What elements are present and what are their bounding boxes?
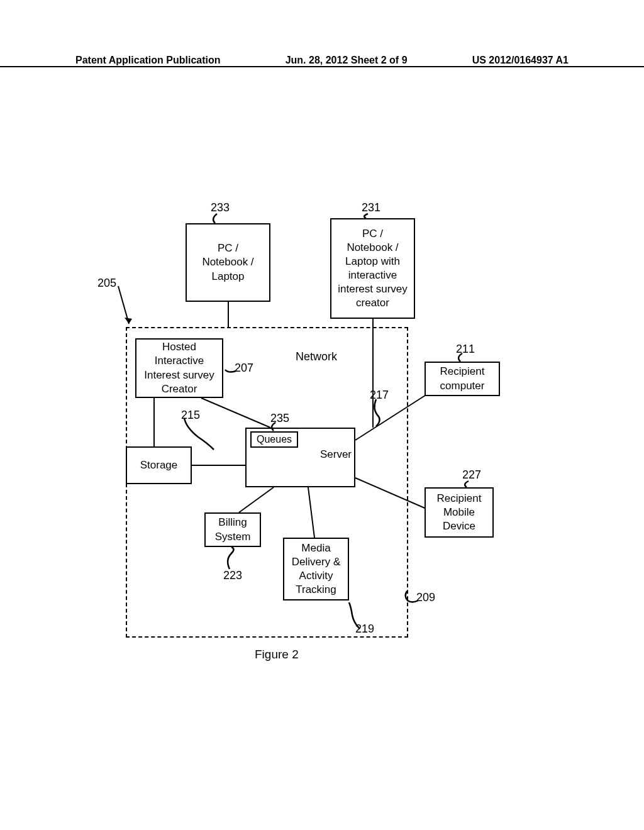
box-billing: Billing System [204, 512, 261, 547]
media-text: Media Delivery & Activity Tracking [292, 541, 340, 597]
box-pc-notebook-laptop: PC / Notebook / Laptop [186, 223, 270, 302]
box-recipient-computer: Recipient computer [425, 362, 500, 396]
header: Patent Application Publication Jun. 28, … [0, 53, 644, 67]
box-pc-with-creator: PC / Notebook / Laptop with interactive … [330, 218, 415, 319]
ref-223: 223 [223, 569, 242, 583]
ref-211: 211 [456, 343, 475, 357]
ref-233: 233 [211, 201, 230, 215]
box-recipient-mobile: Recipient Mobile Device [425, 487, 494, 538]
server-text: Server [320, 448, 352, 462]
diagram-container: PC / Notebook / Laptop PC / Notebook / L… [113, 189, 541, 679]
svg-line-2 [201, 398, 270, 428]
billing-text: Billing System [215, 516, 251, 543]
svg-line-8 [308, 487, 314, 538]
box-storage: Storage [126, 446, 192, 484]
svg-line-5 [355, 390, 434, 440]
figure-caption: Figure 2 [255, 648, 299, 661]
box-207-text: Hosted Interactive Interest survey Creat… [144, 340, 214, 396]
ref-231: 231 [362, 201, 380, 215]
box-media-tracking: Media Delivery & Activity Tracking [283, 538, 349, 600]
box-233-text: PC / Notebook / Laptop [202, 241, 253, 283]
header-left: Patent Application Publication [75, 55, 221, 66]
box-hosted-creator: Hosted Interactive Interest survey Creat… [135, 338, 223, 398]
ref-235: 235 [270, 412, 289, 426]
network-label: Network [296, 350, 337, 364]
ref-205: 205 [97, 277, 116, 290]
ref-227: 227 [462, 468, 481, 482]
storage-text: Storage [140, 458, 178, 472]
svg-line-6 [355, 478, 428, 509]
queues-text: Queues [257, 434, 292, 445]
box-227-text: Recipient Mobile Device [437, 492, 482, 533]
box-231-text: PC / Notebook / Laptop with interactive … [338, 227, 408, 311]
header-right: US 2012/0164937 A1 [472, 55, 569, 66]
box-queues: Queues [250, 431, 298, 448]
ref-219: 219 [355, 622, 374, 636]
svg-line-7 [239, 487, 274, 512]
ref-215: 215 [181, 409, 200, 423]
box-211-text: Recipient computer [440, 365, 485, 392]
ref-217: 217 [370, 389, 389, 402]
ref-209: 209 [416, 591, 435, 605]
ref-207: 207 [235, 362, 253, 375]
header-center: Jun. 28, 2012 Sheet 2 of 9 [286, 55, 408, 66]
